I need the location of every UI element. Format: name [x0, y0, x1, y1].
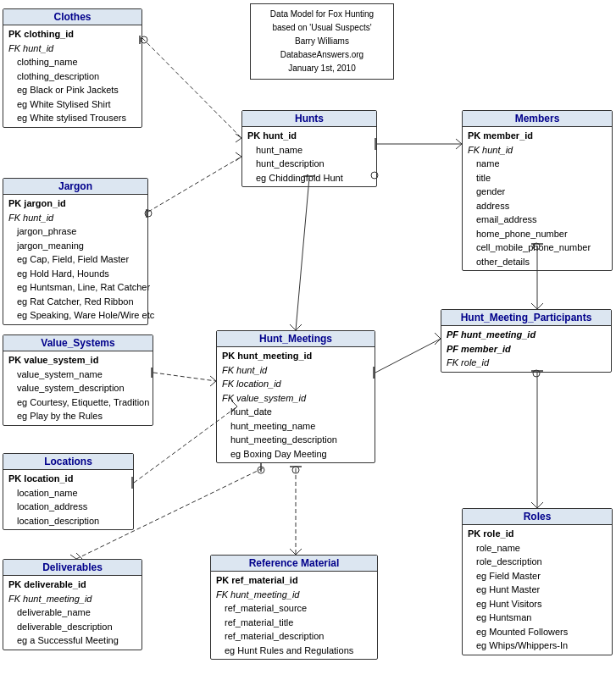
svg-line-14 [456, 144, 462, 149]
entity-clothes: Clothes PK clothing_id FK hunt_id clothi… [3, 8, 142, 128]
field: eg Hunt Rules and Regulations [216, 644, 372, 658]
field: title [468, 171, 607, 185]
field: FK hunt_meeting_id [8, 592, 136, 606]
svg-line-9 [290, 324, 296, 330]
entity-roles-header: Roles [463, 509, 612, 525]
field: value_system_description [8, 381, 147, 395]
entity-deliverables: Deliverables PK deliverable_id FK hunt_m… [3, 559, 142, 650]
field: eg a Successful Meeting [8, 633, 136, 648]
entity-members-header: Members [463, 111, 612, 127]
info-box: Data Model for Fox Hunting based on 'Usu… [250, 3, 394, 80]
field: PK location_id [8, 472, 128, 486]
entity-reference-material: Reference Material PK ref_material_id FK… [210, 555, 378, 660]
svg-line-26 [210, 381, 216, 386]
field: value_system_name [8, 368, 147, 382]
field: FK hunt_id [8, 211, 142, 225]
entity-hunt-meetings-body: PK hunt_meeting_id FK hunt_id FK locatio… [217, 347, 375, 462]
entity-deliverables-header: Deliverables [3, 560, 142, 576]
svg-line-25 [210, 376, 216, 381]
entity-roles-body: PK role_id role_name role_description eg… [463, 525, 612, 655]
field: hunt_description [247, 157, 371, 171]
svg-line-1 [236, 134, 241, 138]
entity-clothes-body: PK clothing_id FK hunt_id clothing_name … [3, 25, 142, 127]
field: FK value_system_id [222, 391, 369, 406]
entity-value-systems-body: PK value_system_id value_system_name val… [3, 351, 153, 425]
svg-line-24 [153, 373, 216, 381]
field: PK deliverable_id [8, 578, 136, 592]
entity-hunts-body: PK hunt_id hunt_name hunt_description eg… [242, 127, 376, 186]
field: PK ref_material_id [216, 573, 372, 588]
field: cell_mobile_phone_number [468, 240, 607, 255]
field: eg Black or Pink Jackets [8, 83, 136, 97]
field: eg Boxing Day Meeting [222, 447, 369, 462]
field: location_name [8, 486, 128, 500]
field: hunt_name [247, 143, 371, 158]
field: email_address [468, 213, 607, 227]
entity-roles: Roles PK role_id role_name role_descript… [462, 508, 613, 655]
diagram-container: Data Model for Fox Hunting based on 'Usu… [0, 0, 616, 680]
entity-reference-material-body: PK ref_material_id FK hunt_meeting_id re… [211, 572, 377, 659]
field: PK member_id [468, 129, 607, 143]
svg-line-34 [76, 553, 82, 559]
field: eg Huntsman, Line, Rat Catcher [8, 280, 142, 295]
entity-members: Members PK member_id FK hunt_id name tit… [462, 110, 613, 271]
field: hunt_date [222, 405, 369, 419]
svg-line-42 [537, 502, 543, 508]
field: FK role_id [447, 356, 606, 370]
field: clothing_name [8, 55, 136, 69]
entity-value-systems: Value_Systems PK value_system_id value_s… [3, 334, 153, 426]
svg-line-17 [531, 303, 537, 309]
field: ref_material_title [216, 616, 372, 630]
field: eg Speaking, Ware Hole/Wire etc [8, 308, 142, 323]
field: FK hunt_id [222, 363, 369, 378]
entity-jargon: Jargon PK jargon_id FK hunt_id jargon_ph… [3, 178, 148, 325]
entity-hunt-meetings: Hunt_Meetings PK hunt_meeting_id FK hunt… [216, 330, 375, 463]
field: PF member_id [447, 342, 606, 357]
svg-line-6 [236, 157, 241, 161]
entity-clothes-header: Clothes [3, 9, 142, 25]
field: eg Rat Catcher, Red Ribbon [8, 295, 142, 309]
field: PK hunt_meeting_id [222, 349, 369, 363]
info-line2: based on 'Usual Suspects' [258, 21, 386, 35]
svg-line-8 [296, 178, 309, 330]
field: FK hunt_id [468, 143, 607, 158]
field: jargon_meaning [8, 239, 142, 253]
svg-line-2 [236, 138, 241, 142]
entity-locations-header: Locations [3, 454, 133, 470]
entity-jargon-header: Jargon [3, 179, 147, 195]
entity-participants-header: Hunt_Meeting_Participants [441, 310, 611, 326]
field: deliverable_name [8, 605, 136, 620]
svg-line-5 [236, 152, 241, 157]
entity-jargon-body: PK jargon_id FK hunt_id jargon_phrase ja… [3, 195, 147, 324]
info-line4: DatabaseAnswers.org [258, 48, 386, 62]
field: PK jargon_id [8, 196, 142, 211]
field: PK clothing_id [8, 27, 136, 41]
info-line1: Data Model for Fox Hunting [258, 8, 386, 21]
svg-line-41 [531, 502, 537, 508]
field: PK role_id [468, 527, 607, 541]
entity-locations: Locations PK location_id location_name l… [3, 453, 134, 530]
field: eg Hunt Visitors [468, 597, 607, 611]
field: ref_material_source [216, 601, 372, 616]
field: PK value_system_id [8, 353, 147, 368]
field: jargon_phrase [8, 224, 142, 239]
svg-point-47 [258, 467, 264, 473]
svg-line-38 [296, 549, 302, 555]
svg-line-37 [290, 549, 296, 555]
field: eg Courtesy, Etiquette, Tradition [8, 395, 147, 410]
field: eg Hunt Master [468, 583, 607, 597]
field: ref_material_description [216, 629, 372, 644]
field: eg Chiddingfold Hunt [247, 171, 371, 185]
field: hunt_meeting_description [222, 433, 369, 447]
svg-line-21 [435, 333, 441, 339]
field: clothing_description [8, 69, 136, 84]
entity-hunts-header: Hunts [242, 111, 376, 127]
entity-hunt-meeting-participants: Hunt_Meeting_Participants PF hunt_meetin… [441, 309, 612, 373]
svg-line-10 [296, 324, 302, 330]
svg-line-20 [375, 339, 441, 373]
field: eg Field Master [468, 569, 607, 583]
entity-locations-body: PK location_id location_name location_ad… [3, 470, 133, 529]
field: FK hunt_id [8, 41, 136, 56]
field: FK location_id [222, 377, 369, 391]
field: eg Play by the Rules [8, 409, 147, 423]
